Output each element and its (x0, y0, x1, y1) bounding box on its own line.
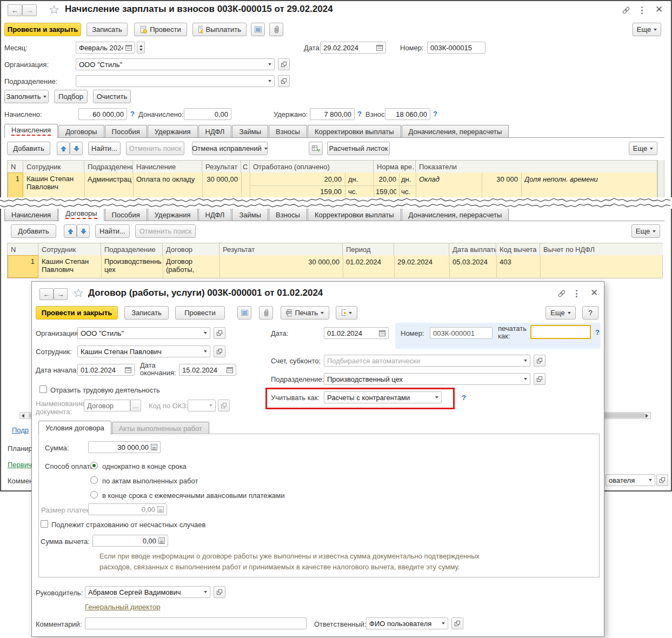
cell-deduction-code[interactable]: 403 (500, 258, 511, 266)
post-button[interactable]: Провести (134, 23, 187, 36)
calculator-icon[interactable] (151, 444, 157, 450)
show-movements-button[interactable] (251, 23, 265, 36)
more-button[interactable]: Еще (633, 23, 661, 36)
cell-worked-days[interactable]: 20,00 (252, 175, 342, 183)
get-link-icon[interactable] (622, 6, 630, 15)
col-header[interactable] (394, 243, 449, 255)
fill-button[interactable]: Заполнить (4, 90, 49, 103)
extra-field[interactable]: 0,00 (184, 108, 231, 120)
calendar-icon[interactable] (376, 44, 383, 51)
withheld-field[interactable]: 7 800,00 (310, 108, 355, 120)
deduction-field[interactable]: 0,00 (92, 535, 168, 547)
details-link-clipped[interactable]: Подр (12, 426, 29, 434)
organization-open-button[interactable] (278, 58, 290, 70)
tab-nachisleniya[interactable]: Начисления (4, 208, 58, 221)
cell-indicator-value[interactable]: 30 000 (485, 175, 518, 183)
add-row-button[interactable]: Добавить (11, 224, 56, 238)
move-up-button[interactable] (64, 224, 77, 238)
doc-name-select-button[interactable]: ... (130, 400, 141, 411)
favorite-star-icon[interactable] (49, 5, 59, 15)
print-as-field[interactable] (530, 325, 591, 339)
amount-field[interactable]: 30 000,00 (88, 441, 161, 453)
attachments-button[interactable] (259, 306, 273, 320)
dropdown-caret-icon[interactable] (649, 479, 652, 481)
help-mark[interactable]: ? (462, 394, 466, 402)
forward-button[interactable]: → (54, 288, 68, 300)
record-as-field[interactable]: Расчеты с контрагентами (324, 391, 442, 403)
calendar-icon[interactable] (125, 44, 132, 51)
help-mark[interactable]: ? (595, 328, 600, 336)
grid-more-button[interactable]: Еще (629, 142, 657, 155)
manager-field[interactable]: Абрамов Сергей Вадимович (85, 586, 210, 598)
okz-open-button[interactable] (218, 400, 230, 411)
cell-employee[interactable]: Кашин Степан Павлович (26, 175, 83, 192)
back-button[interactable]: ← (39, 288, 54, 300)
manager-position-link[interactable]: Генеральный директор (85, 603, 160, 611)
export-button[interactable] (336, 306, 357, 320)
calendar-icon[interactable] (379, 330, 385, 336)
start-date-field[interactable]: 01.02.2024 (77, 364, 135, 376)
tab-acts[interactable]: Акты выполненных работ (112, 422, 209, 434)
col-header[interactable]: Отработано (оплачено) (250, 161, 374, 172)
dropdown-caret-icon[interactable] (268, 80, 271, 82)
tab-donachisleniya[interactable]: Доначисления, перерасчеты (402, 125, 509, 137)
tab-ndfl[interactable]: НДФЛ (198, 125, 232, 137)
cell-indicator-note[interactable]: Доля неполн. времени (524, 175, 654, 183)
back-button[interactable]: ← (8, 4, 22, 16)
col-header[interactable]: Сотрудник (38, 243, 101, 255)
cell-result[interactable]: 30 000,00 (204, 175, 238, 183)
help-button[interactable]: ? (582, 306, 598, 320)
cell-contract[interactable]: Договор (работы, услуги) ... (166, 257, 218, 275)
dropdown-caret-icon[interactable] (524, 378, 527, 380)
row-number-cell[interactable]: 1 (8, 255, 38, 278)
dropdown-caret-icon[interactable] (209, 404, 212, 407)
radio-once-at-end-label[interactable]: однократно в конце срока (102, 462, 187, 470)
col-header[interactable]: N (8, 243, 38, 255)
dropdown-caret-icon[interactable] (524, 360, 527, 362)
save-button[interactable]: Записать (124, 306, 169, 320)
month-stepper[interactable] (137, 42, 145, 54)
cell-days-unit[interactable]: дн. (348, 175, 358, 183)
col-header[interactable]: Период (343, 243, 394, 255)
responsible-field-clipped[interactable]: ователя (606, 474, 655, 486)
show-movements-button[interactable] (237, 306, 251, 320)
cell-indicator[interactable]: Оклад (419, 175, 478, 183)
tab-terms[interactable]: Условия договора (38, 421, 111, 435)
dropdown-caret-icon[interactable] (442, 622, 445, 624)
cell-hours-unit[interactable]: чс. (401, 188, 410, 196)
radio-by-acts[interactable] (90, 476, 98, 484)
employee-field[interactable]: Кашин Степан Павлович (77, 345, 210, 357)
organization-field[interactable]: ООО "Стиль" (76, 58, 275, 70)
post-and-close-button[interactable]: Провести и закрыть (4, 23, 81, 36)
get-link-icon[interactable] (557, 289, 566, 298)
payment-size-field[interactable]: 0,00 (88, 503, 167, 515)
dropdown-caret-icon[interactable] (204, 332, 207, 334)
close-icon[interactable]: ✕ (655, 5, 663, 14)
accrued-field[interactable]: 60 000,00 (78, 108, 127, 120)
cell-days-unit[interactable]: дн. (401, 175, 411, 183)
tab-korrektirovki[interactable]: Корректировки выплаты (308, 208, 401, 221)
tab-zaymy[interactable]: Займы (232, 208, 268, 221)
col-header[interactable]: Дата выплаты (449, 243, 496, 255)
add-table-button[interactable] (309, 142, 323, 155)
col-header[interactable]: N (8, 161, 23, 172)
organization-open-button[interactable] (214, 327, 225, 339)
col-header[interactable]: Показатели (416, 161, 657, 172)
cell-department[interactable]: Администрация (88, 175, 132, 183)
dropdown-caret-icon[interactable] (204, 350, 207, 353)
organization-field[interactable]: ООО "Стиль" (77, 327, 210, 339)
payslip-button[interactable]: Расчетный листок (327, 142, 390, 155)
okz-field[interactable] (188, 400, 216, 411)
cell-period-start[interactable]: 01.02.2024 (346, 258, 381, 266)
cancel-find-button[interactable]: Отменить поиск (135, 224, 196, 238)
col-header[interactable]: Норма вре… (374, 161, 416, 172)
cell-worked-hours[interactable]: 159,00 (252, 188, 342, 196)
table-vertical-scrollbar[interactable] (657, 160, 664, 199)
manager-open-button[interactable] (214, 586, 225, 598)
cell-department[interactable]: Производственный цех (104, 257, 162, 275)
col-header[interactable]: Договор (163, 243, 219, 255)
cell-employee[interactable]: Кашин Степан Павлович (42, 257, 99, 275)
more-button[interactable]: Еще (545, 306, 576, 320)
dropdown-caret-icon[interactable] (204, 591, 207, 593)
tab-vznosy[interactable]: Взносы (269, 125, 307, 137)
